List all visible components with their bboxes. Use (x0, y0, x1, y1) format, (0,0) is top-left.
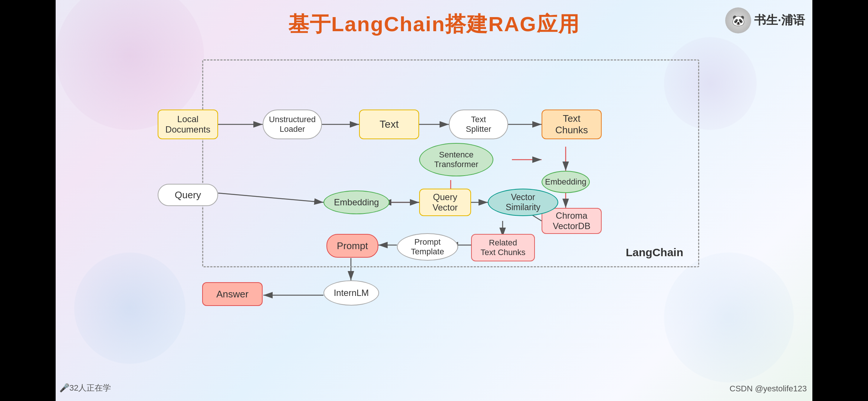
prompt-template-label: Prompt Template (411, 237, 444, 257)
node-embedding-top: Embedding (542, 171, 590, 193)
node-text-splitter: Text Splitter (449, 110, 508, 139)
logo-icon: 🐼 (725, 7, 751, 33)
diagram-container: LangChain Local Documents Unstructured L… (137, 48, 738, 356)
node-query-vector: Query Vector (419, 189, 471, 216)
query-label: Query (175, 189, 201, 201)
langchain-label: LangChain (626, 246, 683, 259)
chroma-vectordb-label: Chroma VectorDB (553, 211, 590, 231)
node-internlm: InternLM (323, 280, 379, 306)
prompt-label: Prompt (337, 240, 368, 252)
node-prompt-template: Prompt Template (397, 233, 458, 261)
answer-label: Answer (216, 288, 249, 300)
node-unstructured-loader: Unstructured Loader (263, 110, 322, 139)
node-query: Query (158, 184, 218, 206)
node-prompt: Prompt (326, 234, 378, 258)
node-answer: Answer (202, 282, 263, 306)
vector-similarity-label: Vector Similarity (506, 192, 540, 212)
node-chroma-vectordb: Chroma VectorDB (542, 208, 602, 234)
node-sentence-transformer: Sentence Transformer (419, 143, 493, 176)
sentence-transformer-label: Sentence Transformer (434, 150, 479, 169)
left-sidebar (0, 0, 56, 401)
right-sidebar (812, 0, 868, 401)
internlm-label: InternLM (334, 288, 369, 298)
text-splitter-label: Text Splitter (466, 115, 491, 134)
text-label: Text (379, 118, 398, 130)
embedding-top-label: Embedding (545, 177, 586, 187)
query-vector-label: Query Vector (433, 192, 458, 213)
node-vector-similarity: Vector Similarity (488, 189, 558, 216)
local-documents-label: Local Documents (165, 114, 210, 135)
bottom-left-text: 🎤32人正在学 (59, 382, 111, 394)
embedding-bottom-label: Embedding (334, 197, 379, 208)
unstructured-loader-label: Unstructured Loader (269, 115, 316, 134)
text-chunks-label: Text Chunks (555, 113, 588, 136)
node-local-documents: Local Documents (158, 110, 218, 139)
logo-text: 书生·浦语 (754, 12, 805, 29)
logo-area: 🐼 书生·浦语 (725, 7, 805, 33)
node-embedding-bottom: Embedding (323, 190, 389, 214)
page-title: 基于LangChain搭建RAG应用 (288, 10, 580, 39)
node-text-chunks: Text Chunks (542, 110, 602, 139)
node-text: Text (359, 110, 419, 139)
node-related-text-chunks: Related Text Chunks (471, 234, 535, 261)
bottom-right-text: CSDN @yestolife123 (730, 384, 807, 394)
related-text-chunks-label: Related Text Chunks (480, 238, 525, 257)
